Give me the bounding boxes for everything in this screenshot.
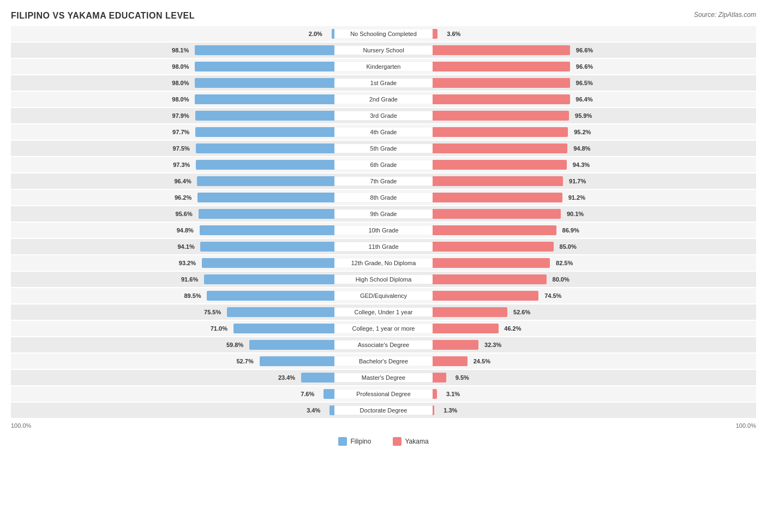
bar-filipino: 95.6% [199, 209, 334, 219]
yakama-value-label: 86.9% [562, 227, 579, 234]
bar-yakama: 32.3% [433, 340, 478, 350]
yakama-value-label: 32.3% [484, 342, 501, 348]
bar-pair: 98.0% 2nd Grade 96.4% [11, 92, 756, 107]
bar-pair: 98.1% Nursery School 96.6% [11, 43, 756, 58]
bar-filipino: 75.5% [227, 307, 334, 317]
bar-pair: 98.0% 1st Grade 96.5% [11, 75, 756, 91]
filipino-value-label: 89.5% [184, 292, 201, 299]
legend-filipino-label: Filipino [350, 438, 371, 445]
bar-yakama: 96.5% [433, 78, 570, 88]
bar-filipino: 98.0% [195, 94, 334, 104]
education-level-label: 9th Grade [334, 210, 433, 218]
source-label: Source: ZipAtlas.com [694, 11, 756, 19]
filipino-value-label: 95.6% [176, 211, 193, 217]
education-level-label: College, Under 1 year [334, 308, 433, 316]
chart-area: 2.0% No Schooling Completed 3.6% 98.1% N… [11, 26, 756, 418]
left-section: 71.0% [11, 321, 334, 336]
yakama-value-label: 94.3% [573, 162, 590, 168]
left-section: 96.4% [11, 174, 334, 189]
education-level-label: 10th Grade [334, 226, 433, 235]
table-row: 98.1% Nursery School 96.6% [11, 43, 756, 58]
bar-filipino: 98.0% [195, 78, 334, 88]
yakama-value-label: 96.6% [576, 47, 593, 53]
left-section: 98.0% [11, 75, 334, 91]
yakama-value-label: 96.5% [576, 80, 593, 86]
filipino-value-label: 98.0% [172, 63, 189, 70]
yakama-value-label: 95.2% [574, 129, 591, 135]
bar-yakama: 85.0% [433, 242, 554, 252]
table-row: 97.9% 3rd Grade 95.9% [11, 108, 756, 123]
table-row: 94.8% 10th Grade 86.9% [11, 223, 756, 238]
bar-filipino: 97.7% [195, 127, 334, 137]
bar-filipino: 96.2% [197, 193, 334, 202]
bar-pair: 97.9% 3rd Grade 95.9% [11, 108, 756, 123]
legend-yakama: Yakama [393, 437, 428, 446]
bar-yakama: 1.3% [433, 405, 434, 415]
education-level-label: Associate's Degree [334, 340, 433, 349]
bar-yakama: 91.2% [433, 193, 562, 202]
bar-filipino: 3.4% [329, 405, 334, 415]
chart-container: FILIPINO VS YAKAMA EDUCATION LEVEL Sourc… [0, 0, 767, 532]
right-section: 82.5% [433, 255, 756, 271]
bar-filipino: 91.6% [204, 274, 334, 284]
bar-yakama: 52.6% [433, 307, 507, 317]
bar-yakama: 80.0% [433, 274, 547, 284]
bar-pair: 52.7% Bachelor's Degree 24.5% [11, 354, 756, 369]
bar-yakama: 96.6% [433, 45, 570, 55]
table-row: 71.0% College, 1 year or more 46.2% [11, 321, 756, 336]
yakama-value-label: 1.3% [444, 407, 457, 414]
bar-filipino: 97.5% [196, 144, 334, 153]
education-level-label: 8th Grade [334, 193, 433, 202]
bar-pair: 94.1% 11th Grade 85.0% [11, 239, 756, 254]
right-section: 85.0% [433, 239, 756, 254]
chart-title: FILIPINO VS YAKAMA EDUCATION LEVEL [11, 11, 756, 21]
education-level-label: 5th Grade [334, 144, 433, 153]
right-section: 96.6% [433, 59, 756, 74]
yakama-value-label: 85.0% [560, 243, 577, 250]
table-row: 75.5% College, Under 1 year 52.6% [11, 304, 756, 320]
right-section: 52.6% [433, 304, 756, 320]
right-section: 96.4% [433, 92, 756, 107]
filipino-value-label: 93.2% [179, 260, 196, 266]
yakama-value-label: 24.5% [474, 358, 490, 364]
yakama-value-label: 91.7% [569, 178, 586, 184]
legend: Filipino Yakama [11, 437, 756, 446]
left-section: 52.7% [11, 354, 334, 369]
education-level-label: College, 1 year or more [334, 324, 433, 333]
education-level-label: 2nd Grade [334, 95, 433, 104]
bar-pair: 75.5% College, Under 1 year 52.6% [11, 304, 756, 320]
education-level-label: 1st Grade [334, 79, 433, 87]
bar-yakama: 95.2% [433, 127, 568, 137]
right-section: 96.6% [433, 43, 756, 58]
right-section: 3.1% [433, 386, 756, 402]
bar-filipino: 93.2% [202, 258, 334, 268]
left-section: 98.0% [11, 92, 334, 107]
yakama-value-label: 3.6% [447, 31, 460, 37]
education-level-label: Bachelor's Degree [334, 357, 433, 366]
right-section: 3.6% [433, 26, 756, 41]
left-section: 59.8% [11, 337, 334, 352]
legend-filipino: Filipino [338, 437, 371, 446]
yakama-value-label: 96.6% [576, 63, 593, 70]
left-section: 89.5% [11, 288, 334, 303]
bar-yakama: 94.8% [433, 144, 567, 153]
right-section: 94.8% [433, 141, 756, 156]
bar-yakama: 94.3% [433, 160, 567, 170]
right-section: 96.5% [433, 75, 756, 91]
table-row: 98.0% 1st Grade 96.5% [11, 75, 756, 91]
bar-pair: 2.0% No Schooling Completed 3.6% [11, 26, 756, 41]
filipino-value-label: 97.3% [173, 162, 190, 168]
yakama-value-label: 74.5% [544, 292, 561, 299]
filipino-value-label: 96.4% [174, 178, 191, 184]
table-row: 98.0% Kindergarten 96.6% [11, 59, 756, 74]
bar-pair: 23.4% Master's Degree 9.5% [11, 370, 756, 385]
bar-filipino: 97.3% [196, 160, 334, 170]
left-section: 98.1% [11, 43, 334, 58]
right-section: 94.3% [433, 157, 756, 172]
table-row: 94.1% 11th Grade 85.0% [11, 239, 756, 254]
education-level-label: Master's Degree [334, 373, 433, 382]
legend-yakama-box [393, 437, 402, 446]
left-section: 97.5% [11, 141, 334, 156]
bar-yakama: 82.5% [433, 258, 550, 268]
table-row: 91.6% High School Diploma 80.0% [11, 272, 756, 287]
